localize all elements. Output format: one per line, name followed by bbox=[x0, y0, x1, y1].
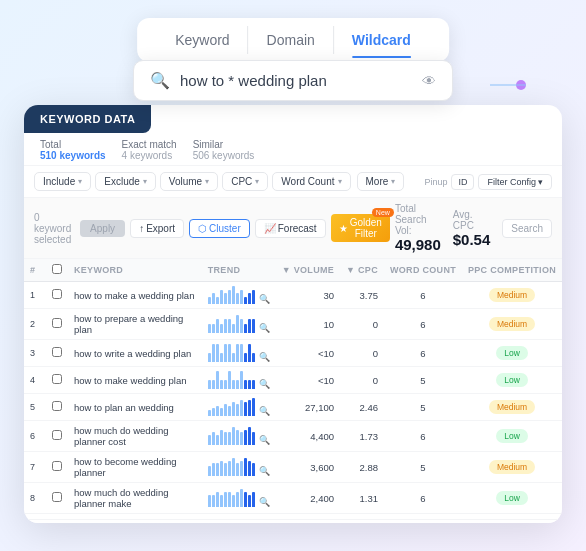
include-filter-btn[interactable]: Include ▾ bbox=[34, 172, 91, 191]
row-checkbox[interactable] bbox=[52, 318, 62, 328]
trend-bar bbox=[212, 432, 215, 445]
avg-cpc-label: Avg. CPC bbox=[453, 209, 474, 231]
trend-search-icon[interactable]: 🔍 bbox=[259, 466, 270, 476]
trend-bar bbox=[228, 344, 231, 362]
ppc-badge: Low bbox=[496, 373, 528, 387]
cpc-chevron-icon: ▾ bbox=[255, 177, 259, 186]
trend-search-icon[interactable]: 🔍 bbox=[259, 323, 270, 333]
row-cpc: 2.46 bbox=[340, 394, 384, 421]
exclude-filter-btn[interactable]: Exclude ▾ bbox=[95, 172, 156, 191]
apply-button[interactable]: Apply bbox=[80, 220, 125, 237]
tab-domain[interactable]: Domain bbox=[249, 26, 334, 54]
export-button[interactable]: ↑ Export bbox=[130, 219, 184, 238]
trend-bar bbox=[216, 492, 219, 507]
row-checkbox[interactable] bbox=[52, 401, 62, 411]
trend-search-icon[interactable]: 🔍 bbox=[259, 379, 270, 389]
col-num: # bbox=[24, 259, 46, 282]
tab-wildcard[interactable]: Wildcard bbox=[334, 26, 429, 54]
row-cpc: 0 bbox=[340, 367, 384, 394]
row-trend: 🔍 bbox=[202, 367, 276, 394]
row-keyword: how to write a wedding plan bbox=[68, 340, 202, 367]
trend-bar bbox=[236, 315, 239, 333]
filter-config-chevron-icon: ▾ bbox=[538, 177, 543, 187]
col-trend: TREND bbox=[202, 259, 276, 282]
trend-bar bbox=[208, 353, 211, 362]
word-count-filter-btn[interactable]: Word Count ▾ bbox=[272, 172, 350, 191]
avg-cpc-value: $0.54 bbox=[453, 231, 491, 248]
row-word-count: 6 bbox=[384, 309, 462, 340]
row-cpc: 0 bbox=[340, 309, 384, 340]
trend-search-icon[interactable]: 🔍 bbox=[259, 294, 270, 304]
row-keyword: how to plan an wedding bbox=[68, 394, 202, 421]
row-checkbox[interactable] bbox=[52, 430, 62, 440]
trend-bar bbox=[232, 324, 235, 333]
row-number: 3 bbox=[24, 340, 46, 367]
trend-search-icon[interactable]: 🔍 bbox=[259, 497, 270, 507]
trend-search-icon[interactable]: 🔍 bbox=[259, 352, 270, 362]
row-checkbox[interactable] bbox=[52, 374, 62, 384]
eye-icon[interactable]: 👁 bbox=[422, 73, 436, 89]
table-row: 7 how to become wedding planner 🔍 3,600 … bbox=[24, 452, 562, 483]
trend-bar bbox=[224, 319, 227, 333]
trend-bar bbox=[212, 495, 215, 507]
trend-bar bbox=[220, 380, 223, 389]
trend-bar bbox=[248, 400, 251, 416]
row-trend: 🔍 bbox=[202, 340, 276, 367]
cpc-filter-btn[interactable]: CPC ▾ bbox=[222, 172, 268, 191]
more-filter-btn[interactable]: More ▾ bbox=[357, 172, 405, 191]
row-word-count: 6 bbox=[384, 483, 462, 514]
ppc-badge: Low bbox=[496, 346, 528, 360]
cluster-button[interactable]: ⬡ Cluster bbox=[189, 219, 250, 238]
row-volume: 27,100 bbox=[276, 394, 340, 421]
golden-filter-button[interactable]: New ★ Golden Filter bbox=[331, 214, 390, 242]
trend-bar bbox=[212, 408, 215, 416]
word-count-filter-label: Word Count bbox=[281, 176, 334, 187]
exclude-filter-label: Exclude bbox=[104, 176, 140, 187]
row-checkbox[interactable] bbox=[52, 347, 62, 357]
row-number: 1 bbox=[24, 282, 46, 309]
id-button[interactable]: ID bbox=[451, 174, 474, 190]
trend-bar bbox=[252, 432, 255, 445]
forecast-button[interactable]: 📈 Forecast bbox=[255, 219, 326, 238]
table-row: 2 how to prepare a wedding plan 🔍 10 0 6… bbox=[24, 309, 562, 340]
row-number: 7 bbox=[24, 452, 46, 483]
trend-bar bbox=[220, 290, 223, 304]
row-number: 5 bbox=[24, 394, 46, 421]
trend-bar bbox=[228, 371, 231, 389]
select-all-checkbox[interactable] bbox=[52, 264, 62, 274]
stats-row: Total 510 keywords Exact match 4 keyword… bbox=[24, 133, 562, 166]
trend-bar bbox=[228, 319, 231, 333]
row-checkbox[interactable] bbox=[52, 289, 62, 299]
golden-filter-label: Golden Filter bbox=[350, 217, 382, 239]
trend-search-icon[interactable]: 🔍 bbox=[259, 435, 270, 445]
total-search-label: Total Search Vol: bbox=[395, 203, 427, 236]
tab-keyword[interactable]: Keyword bbox=[157, 26, 248, 54]
trend-bar bbox=[236, 380, 239, 389]
trend-bar bbox=[220, 324, 223, 333]
search-value[interactable]: how to * wedding plan bbox=[180, 72, 422, 89]
search-button[interactable]: Search bbox=[502, 219, 552, 238]
row-word-count: 6 bbox=[384, 421, 462, 452]
volume-filter-btn[interactable]: Volume ▾ bbox=[160, 172, 218, 191]
trend-search-icon[interactable]: 🔍 bbox=[259, 406, 270, 416]
row-trend: 🔍 bbox=[202, 309, 276, 340]
trend-bar bbox=[208, 297, 211, 304]
filter-toolbar: Include ▾ Exclude ▾ Volume ▾ CPC ▾ Word … bbox=[24, 166, 562, 198]
trend-bar bbox=[252, 319, 255, 333]
row-ppc: Medium bbox=[462, 309, 562, 340]
trend-bar bbox=[212, 463, 215, 476]
trend-bar bbox=[228, 461, 231, 476]
row-trend: 🔍 bbox=[202, 394, 276, 421]
row-word-count: 6 bbox=[384, 282, 462, 309]
row-cpc: 0 bbox=[340, 340, 384, 367]
trend-bar bbox=[236, 492, 239, 507]
golden-badge: New bbox=[372, 208, 394, 217]
row-volume: 3,600 bbox=[276, 452, 340, 483]
trend-bar bbox=[244, 402, 247, 416]
row-checkbox[interactable] bbox=[52, 492, 62, 502]
cluster-icon: ⬡ bbox=[198, 223, 207, 234]
filter-config-button[interactable]: Filter Config ▾ bbox=[478, 174, 552, 190]
action-bar: 0 keyword selected Apply ↑ Export ⬡ Clus… bbox=[24, 198, 562, 259]
row-checkbox[interactable] bbox=[52, 461, 62, 471]
trend-bar bbox=[220, 408, 223, 416]
